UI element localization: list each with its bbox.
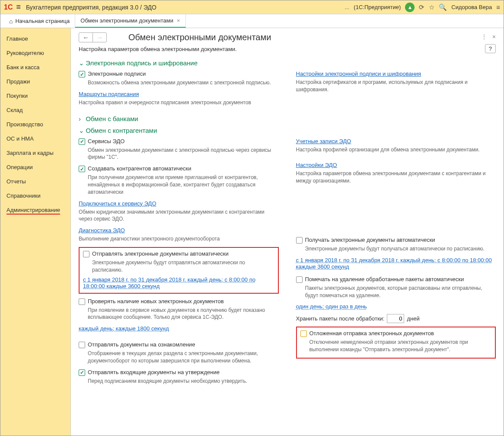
checkbox-autoreceive[interactable]: Получать электронные документы автоматич… [296, 237, 496, 244]
checkbox-autocreate-label: Создавать контрагентов автоматически [88, 165, 191, 172]
more-icon[interactable]: ... [345, 4, 349, 10]
checkbox-icon [79, 298, 85, 305]
link-edo-settings[interactable]: Настройки ЭДО [296, 162, 337, 168]
sidebar-item-refs[interactable]: Справочники [0, 189, 70, 203]
tab-edo[interactable]: Обмен электронными документами × [75, 14, 185, 28]
link-schedule-receive[interactable]: с 1 января 2018 г. по 31 декабря 2018 г.… [296, 257, 496, 270]
section-signature[interactable]: ⌄ Электронная подпись и шифрование [79, 59, 496, 67]
checkbox-autocreate[interactable]: Создавать контрагентов автоматически [79, 165, 279, 172]
sidebar-item-main[interactable]: Главное [0, 32, 70, 46]
redbox-deferred: Отложенная отправка электронных документ… [296, 327, 496, 359]
link-connect-edo-desc: Обмен юридически значимыми электронными … [79, 208, 279, 223]
history-icon[interactable]: ⟳ [419, 3, 424, 11]
checkbox-autosend-desc: Электронные документы будут отправляться… [92, 259, 274, 274]
section-contragents-label: Обмен с контрагентами [86, 127, 157, 134]
sidebar-item-stock[interactable]: Склад [0, 103, 70, 117]
user-label[interactable]: Сидорова Вера [451, 4, 492, 10]
checkbox-icon [79, 71, 85, 77]
main-panel: ← → Обмен электронными документами ⋮ × Н… [71, 28, 504, 436]
link-diag-edo-desc: Выполнение диагностики электронного доку… [79, 235, 279, 243]
home-icon: ⌂ [9, 18, 13, 25]
link-edo-accounts[interactable]: Учетные записи ЭДО [296, 138, 351, 144]
link-sign-settings[interactable]: Настройки электронной подписи и шифрован… [296, 71, 421, 77]
redbox-autosend: Отправлять электронные документы автомат… [79, 247, 279, 294]
close-panel-icon[interactable]: × [492, 33, 496, 40]
link-diag-edo[interactable]: Диагностика ЭДО [79, 227, 125, 234]
checkbox-icon [79, 342, 85, 348]
sidebar-item-os[interactable]: ОС и НМА [0, 131, 70, 146]
link-edo-accounts-desc: Настройка профилей организации для обмен… [296, 146, 496, 154]
sidebar-item-bank[interactable]: Банк и касса [0, 60, 70, 74]
checkbox-autoreceive-label: Получать электронные документы автоматич… [305, 237, 435, 243]
sidebar-item-admin[interactable]: Администрирование [0, 203, 70, 217]
link-edo-settings-desc: Настройка параметров обмена электронными… [296, 170, 496, 185]
checkbox-review-label: Отправлять документы на ознакомление [88, 341, 195, 348]
app-logo: 1C [4, 3, 13, 11]
checkbox-checknew-label: Проверять наличие новых электронных доку… [88, 298, 224, 305]
storage-label: Хранить пакеты после обработки: [296, 315, 385, 322]
tabsbar: ⌂ Начальная страница Обмен электронными … [0, 14, 504, 28]
checkbox-autosend-label: Отправлять электронные документы автомат… [92, 250, 229, 257]
link-schedule-del[interactable]: один день; один раз в день [296, 303, 367, 310]
checkbox-icon [79, 166, 85, 172]
checkbox-review[interactable]: Отправлять документы на ознакомление [79, 341, 279, 348]
menu-dots-icon[interactable]: ⋮ [481, 33, 487, 40]
sidebar-item-hr[interactable]: Зарплата и кадры [0, 146, 70, 160]
nav-buttons: ← → [79, 32, 107, 42]
checkbox-icon [79, 369, 85, 376]
checkbox-esign[interactable]: Электронные подписи [79, 71, 279, 77]
checkbox-checknew-desc: При появлении в сервисе новых документов… [88, 307, 279, 321]
section-banks[interactable]: › Обмен с банками [79, 115, 496, 122]
back-button[interactable]: ← [79, 33, 93, 42]
checkbox-autocreate-desc: При получении документов или приеме приг… [88, 174, 279, 196]
sidebar-item-reports[interactable]: Отчеты [0, 174, 70, 189]
checkbox-esign-desc: Возможность обмена электронными документ… [88, 79, 279, 87]
sidebar-item-manager[interactable]: Руководителю [0, 46, 70, 60]
checkbox-approve-label: Отправлять входящие документы на утвержд… [88, 369, 220, 375]
page-title: Обмен электронными документами [128, 32, 271, 42]
sidebar-item-buy[interactable]: Покупки [0, 89, 70, 103]
sidebar-item-ops[interactable]: Операции [0, 160, 70, 174]
bell-icon[interactable]: ▲ [405, 3, 415, 12]
forward-button[interactable]: → [93, 33, 106, 42]
tab-home-label: Начальная страница [15, 18, 70, 24]
checkbox-approve-desc: Перед подписанием входящие документы нео… [88, 378, 279, 385]
checkbox-deferred[interactable]: Отложенная отправка электронных документ… [300, 330, 492, 337]
chevron-down-icon: ⌄ [79, 127, 84, 135]
page-subtitle: Настройка параметров обмена электронными… [79, 46, 496, 52]
link-connect-edo[interactable]: Подключиться к сервису ЭДО [79, 200, 156, 207]
settings-icon[interactable]: ≡ [496, 3, 500, 11]
storage-input[interactable] [387, 314, 404, 323]
link-routes[interactable]: Маршруты подписания [79, 91, 139, 97]
star-icon[interactable]: ☆ [429, 3, 434, 11]
sidebar: Главное Руководителю Банк и касса Продаж… [0, 28, 71, 436]
checkbox-approve[interactable]: Отправлять входящие документы на утвержд… [79, 369, 279, 376]
checkbox-edo-services[interactable]: Сервисы ЭДО [79, 138, 279, 145]
link-routes-desc: Настройка правил и очередности подписани… [79, 99, 279, 106]
storage-unit: дней [407, 315, 419, 322]
checkbox-icon [79, 138, 85, 145]
checkbox-markdel-desc: Пакеты электронных документов, которые р… [305, 285, 496, 299]
search-icon[interactable]: 🔍 [439, 3, 447, 11]
close-icon[interactable]: × [177, 17, 180, 24]
link-schedule-check[interactable]: каждый день; каждые 1800 секунд [79, 325, 169, 332]
section-contragents[interactable]: ⌄ Обмен с контрагентами [79, 127, 496, 135]
checkbox-edo-services-desc: Обмен электронными документами с электро… [88, 147, 279, 161]
checkbox-icon [296, 237, 303, 244]
product-label: (1С:Предприятие) [354, 4, 401, 10]
tab-home[interactable]: ⌂ Начальная страница [4, 14, 75, 28]
chevron-right-icon: › [79, 115, 84, 122]
link-schedule-send[interactable]: с 1 января 2018 г. по 31 декабря 2018 г.… [83, 276, 274, 289]
checkbox-autosend[interactable]: Отправлять электронные документы автомат… [83, 250, 274, 257]
checkbox-autoreceive-desc: Электронные документы будут получаться а… [305, 245, 496, 253]
menu-icon[interactable]: ≡ [16, 3, 21, 12]
sidebar-item-sales[interactable]: Продажи [0, 74, 70, 89]
tab-edo-label: Обмен электронными документами [80, 17, 173, 24]
checkbox-markdel[interactable]: Помечать на удаление обработанные пакеты… [296, 276, 496, 283]
section-signature-label: Электронная подпись и шифрование [86, 59, 198, 67]
checkbox-checknew[interactable]: Проверять наличие новых электронных доку… [79, 298, 279, 305]
help-button[interactable]: ? [485, 44, 496, 53]
sidebar-item-prod[interactable]: Производство [0, 117, 70, 131]
checkbox-review-desc: Отображение в текущих делах раздела с эл… [88, 350, 279, 365]
checkbox-icon [296, 276, 303, 283]
